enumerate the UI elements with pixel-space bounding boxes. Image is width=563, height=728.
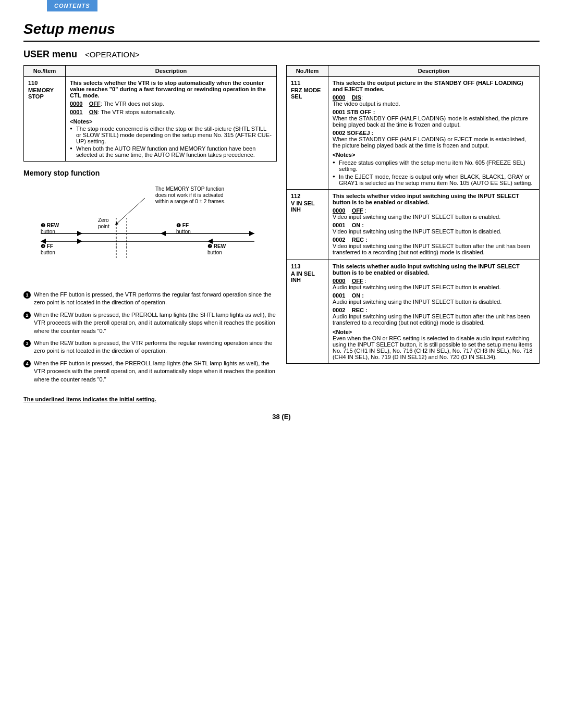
item-number-110: 110 — [28, 80, 61, 86]
svg-text:button: button — [207, 250, 222, 255]
notes-title-110: <Notes> — [70, 118, 92, 125]
item-name-memory-stop: MEMORYSTOP — [28, 87, 61, 100]
right-table: No./Item Description 111 FRZ MODESEL Thi… — [286, 65, 540, 364]
code-113-0000: 0000 — [333, 278, 345, 284]
section-heading-text: USER menu — [23, 49, 77, 59]
svg-text:❹ FF: ❹ FF — [41, 243, 53, 249]
step-text-1: When the FF button is pressed, the VTR p… — [34, 291, 277, 307]
item-number-111: 111 — [291, 80, 324, 86]
step-text-3: When the REW button is pressed, the VTR … — [34, 339, 277, 355]
code-111-sof: 0002 SOF&EJ : — [333, 130, 373, 136]
label-off-110: OFF — [89, 101, 101, 107]
note-item-1: The stop mode concerned is either the st… — [70, 126, 272, 144]
svg-marker-15 — [161, 231, 166, 236]
step-text-2: When the REW button is pressed, the PRER… — [34, 311, 277, 335]
item-cell-111: 111 FRZ MODESEL — [287, 77, 328, 190]
svg-text:❶ FF: ❶ FF — [176, 223, 189, 228]
item-cell-112: 112 V IN SEL INH — [287, 190, 328, 260]
desc-bold-113: This selects whether audio input switchi… — [333, 263, 535, 276]
desc-bold-112: This selects whether video input switchi… — [333, 193, 535, 205]
svg-line-3 — [116, 198, 145, 224]
svg-text:button: button — [41, 229, 55, 235]
step-num-1: 1 — [23, 291, 31, 299]
svg-text:button: button — [41, 250, 55, 255]
item-name-v-in-sel: V IN SEL INH — [291, 200, 324, 213]
setting-112-0000: 0000 OFF : Video input switching using t… — [333, 207, 535, 220]
code-0001: 0001 — [70, 109, 82, 115]
setting-0000: 0000 OFF: The VTR does not stop. — [70, 101, 272, 107]
contents-tab-label: CONTENTS — [54, 3, 90, 9]
left-col2-header: Description — [66, 66, 277, 77]
desc-cell-113: This selects whether audio input switchi… — [328, 260, 540, 364]
code-112-0002: 0002 — [333, 237, 345, 243]
numbered-steps: 1 When the FF button is pressed, the VTR… — [23, 291, 277, 384]
memory-stop-diagram: The MEMORY STOP function does not work i… — [23, 181, 277, 286]
step-num-3: 3 — [23, 340, 31, 347]
svg-text:button: button — [176, 229, 191, 235]
desc-cell-111: This selects the output picture in the S… — [328, 77, 540, 190]
title-divider — [23, 41, 540, 42]
label-on-112: ON : — [352, 222, 364, 228]
setting-112-0002: 0002 REC : Video input switching using t… — [333, 237, 535, 255]
setting-113-0002: 0002 REC : Audio input switching using t… — [333, 307, 535, 326]
code-112-0001: 0001 — [333, 222, 345, 228]
svg-marker-12 — [77, 231, 82, 236]
svg-text:point: point — [98, 224, 109, 229]
svg-marker-9 — [249, 231, 254, 236]
contents-tab-bar: CONTENTS — [0, 0, 563, 11]
right-column: No./Item Description 111 FRZ MODESEL Thi… — [286, 65, 540, 388]
step-text-4: When the FF button is pressed, the PRERO… — [34, 360, 277, 384]
code-113-0001: 0001 — [333, 292, 345, 299]
page-title: Setup menus — [23, 21, 540, 38]
left-col1-header: No./Item — [24, 66, 66, 77]
svg-text:Zero: Zero — [98, 217, 109, 223]
setting-111-0000: 0000 DIS: The video output is muted. — [333, 94, 535, 107]
item-cell-110: 110 MEMORYSTOP — [24, 77, 66, 162]
setting-111-0002: 0002 SOF&EJ : When the STANDBY OFF (HALF… — [333, 130, 535, 149]
right-col2-header: Description — [328, 66, 540, 77]
step-num-4: 4 — [23, 360, 31, 367]
label-on-113: ON : — [352, 292, 364, 299]
table-row: 110 MEMORYSTOP This selects whether the … — [24, 77, 277, 162]
label-off-113: OFF — [352, 278, 363, 284]
page-number: 38 (E) — [272, 413, 290, 421]
note-113: <Note> Even when the ON or REC setting i… — [333, 329, 535, 360]
desc-bold-111: This selects the output picture in the S… — [333, 80, 535, 92]
item-number-113: 113 — [291, 263, 324, 269]
label-on-110: ON — [89, 109, 98, 115]
item-name-a-in-sel: A IN SEL INH — [291, 270, 324, 283]
label-rec-113: REC : — [352, 307, 368, 313]
note-title-113: <Note> — [333, 329, 352, 335]
step-item-1: 1 When the FF button is pressed, the VTR… — [23, 291, 277, 307]
notes-110: <Notes> The stop mode concerned is eithe… — [70, 118, 272, 158]
label-off-112: OFF — [352, 207, 363, 214]
notes-title-111: <Notes> — [333, 152, 355, 158]
step-item-3: 3 When the REW button is pressed, the VT… — [23, 339, 277, 355]
page-footer: 38 (E) — [23, 413, 540, 421]
svg-text:❷ REW: ❷ REW — [41, 223, 59, 228]
svg-text:❷ REW: ❷ REW — [207, 243, 226, 249]
contents-tab[interactable]: CONTENTS — [47, 0, 97, 11]
setting-112-0001: 0001 ON : Video input switching using th… — [333, 222, 535, 235]
item-cell-113: 113 A IN SEL INH — [287, 260, 328, 364]
diagram-svg: The MEMORY STOP function does not work i… — [23, 181, 277, 286]
right-col1-header: No./Item — [287, 66, 328, 77]
footer-note: The underlined items indicates the initi… — [23, 396, 540, 402]
main-content: No./Item Description 110 MEMORYSTOP This… — [23, 65, 540, 388]
svg-text:within a range of 0 ± 2 frames: within a range of 0 ± 2 frames. — [155, 199, 225, 204]
notes-111: <Notes> Freeze status complies with the … — [333, 152, 535, 186]
label-dis: DIS — [352, 94, 361, 101]
note-111-2: In the EJECT mode, freeze is output only… — [333, 174, 535, 186]
left-table: No./Item Description 110 MEMORYSTOP This… — [23, 65, 277, 162]
item-number-112: 112 — [291, 193, 324, 199]
table-row-112: 112 V IN SEL INH This selects whether vi… — [287, 190, 540, 260]
desc-cell-110: This selects whether the VTR is to stop … — [66, 77, 277, 162]
svg-marker-23 — [77, 239, 82, 244]
label-rec-112: REC : — [352, 237, 368, 243]
note-111-1: Freeze status complies with the setup me… — [333, 159, 535, 172]
code-111-stb: 0001 STB OFF : — [333, 109, 375, 115]
svg-text:does not work if it is  activa: does not work if it is activated — [155, 192, 224, 198]
memory-stop-title: Memory stop function — [23, 169, 277, 177]
footer-note-text: The underlined items indicates the initi… — [23, 396, 156, 402]
note-text-113: Even when the ON or REC setting is selec… — [333, 335, 532, 360]
